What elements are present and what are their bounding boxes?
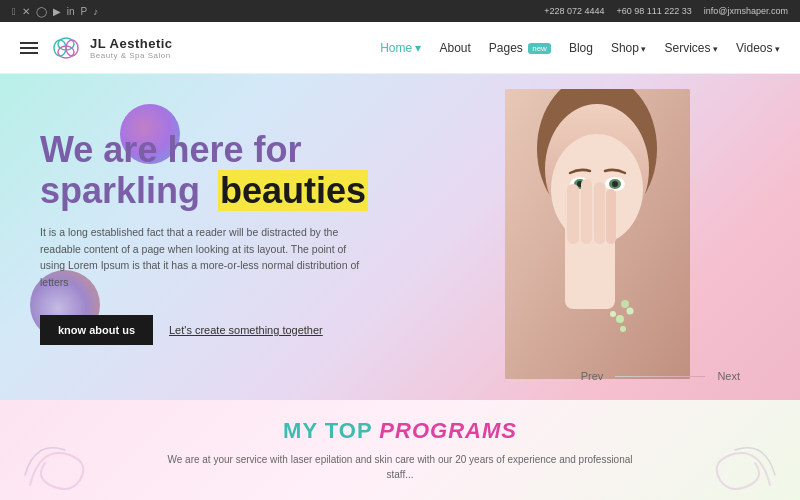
svg-point-22 — [610, 311, 616, 317]
hero-heading: We are here for sparkling beauties — [40, 129, 368, 212]
navbar: JL Aesthetic Beauty & Spa Salon Home ▾ A… — [0, 22, 800, 74]
svg-point-13 — [612, 181, 618, 187]
bottom-section: MY TOP PROGRAMS We are at your service w… — [0, 400, 800, 500]
swirl-right-icon — [700, 435, 780, 495]
logo-title: JL Aesthetic — [90, 36, 173, 51]
heading-beauties: beauties — [218, 170, 368, 211]
nav-about[interactable]: About — [439, 41, 470, 55]
nav-blog[interactable]: Blog — [569, 41, 593, 55]
nav-progress-line — [615, 376, 705, 377]
nav-home[interactable]: Home ▾ — [380, 41, 421, 55]
hero-navigation: Prev Next — [581, 370, 740, 382]
logo-icon — [50, 32, 82, 64]
bottom-programs: PROGRAMS — [379, 418, 517, 443]
nav-services[interactable]: Services — [664, 41, 718, 55]
svg-point-20 — [627, 308, 634, 315]
social-links[interactable]:  ✕ ◯ ▶ in P ♪ — [12, 6, 98, 17]
instagram-icon[interactable]: ◯ — [36, 6, 47, 17]
svg-rect-15 — [567, 184, 579, 244]
hamburger-menu[interactable] — [20, 42, 38, 54]
nav-pages[interactable]: Pages new — [489, 41, 551, 55]
twitter-icon[interactable]: ✕ — [22, 6, 30, 17]
phone1: +228 072 4444 — [544, 6, 604, 16]
prev-button[interactable]: Prev — [581, 370, 604, 382]
hero-image-inner — [505, 89, 690, 379]
next-button[interactable]: Next — [717, 370, 740, 382]
hero-heading-line1: We are here for — [40, 129, 368, 170]
bottom-my-top: MY TOP — [283, 418, 372, 443]
svg-rect-18 — [606, 189, 616, 244]
facebook-icon[interactable]:  — [12, 6, 16, 17]
linkedin-icon[interactable]: in — [67, 6, 75, 17]
contact-info: +228 072 4444 +60 98 111 222 33 info@jxm… — [544, 6, 788, 16]
know-about-us-button[interactable]: know about us — [40, 315, 153, 345]
phone2: +60 98 111 222 33 — [617, 6, 692, 16]
nav-shop[interactable]: Shop — [611, 41, 647, 55]
hero-image-wrap — [505, 89, 690, 379]
youtube-icon[interactable]: ▶ — [53, 6, 61, 17]
heading-sparkling: sparkling — [40, 170, 200, 211]
svg-point-23 — [620, 326, 626, 332]
hero-heading-line2: sparkling beauties — [40, 170, 368, 211]
new-badge: new — [528, 43, 551, 54]
nav-videos[interactable]: Videos — [736, 41, 780, 55]
hero-buttons: know about us Let's create something tog… — [40, 315, 368, 345]
email: info@jxmshaper.com — [704, 6, 788, 16]
hero-section: We are here for sparkling beauties It is… — [0, 74, 800, 400]
hero-portrait-svg — [505, 89, 690, 379]
swirl-left-icon — [20, 435, 100, 495]
svg-rect-16 — [581, 179, 592, 244]
logo-text: JL Aesthetic Beauty & Spa Salon — [90, 36, 173, 60]
hero-image — [505, 89, 690, 379]
svg-point-19 — [616, 315, 624, 323]
pinterest-icon[interactable]: P — [80, 6, 87, 17]
logo-subtitle: Beauty & Spa Salon — [90, 51, 173, 60]
tiktok-icon[interactable]: ♪ — [93, 6, 98, 17]
hero-paragraph: It is a long established fact that a rea… — [40, 224, 360, 291]
bottom-title: MY TOP PROGRAMS — [283, 418, 517, 444]
svg-rect-17 — [594, 182, 605, 244]
nav-logo: JL Aesthetic Beauty & Spa Salon — [50, 32, 173, 64]
svg-point-21 — [621, 300, 629, 308]
nav-links: Home ▾ About Pages new Blog Shop Service… — [193, 41, 780, 55]
hero-content: We are here for sparkling beauties It is… — [40, 129, 368, 345]
create-together-link[interactable]: Let's create something together — [169, 324, 323, 336]
top-bar:  ✕ ◯ ▶ in P ♪ +228 072 4444 +60 98 111 … — [0, 0, 800, 22]
bottom-paragraph: We are at your service with laser epilat… — [160, 452, 640, 482]
